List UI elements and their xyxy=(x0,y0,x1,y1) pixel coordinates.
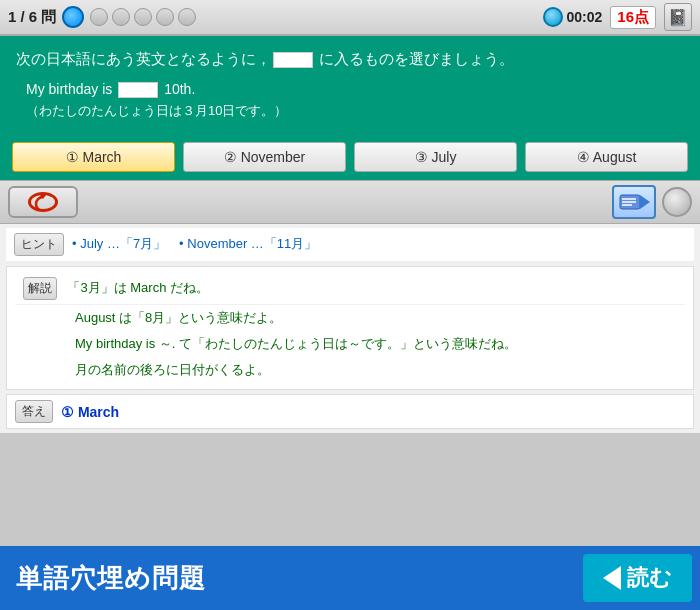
choice-3-text: July xyxy=(431,149,456,165)
explanation-label: 解説 xyxy=(23,277,57,300)
circle-3 xyxy=(134,8,152,26)
bottom-title: 単語穴埋め問題 xyxy=(0,561,583,596)
play-button[interactable] xyxy=(8,186,78,218)
choice-4-number: ④ xyxy=(577,149,590,165)
replay-icon xyxy=(34,195,52,209)
choice-2[interactable]: ② November xyxy=(183,142,346,172)
coin-icon xyxy=(662,187,692,217)
choice-3[interactable]: ③ July xyxy=(354,142,517,172)
choice-4-text: August xyxy=(593,149,637,165)
right-icons xyxy=(612,185,692,219)
nav-icon[interactable] xyxy=(62,6,84,28)
svg-marker-2 xyxy=(640,195,650,209)
circle-1 xyxy=(90,8,108,26)
explanation-line-4: 月の名前の後ろに日付がくるよ。 xyxy=(15,357,685,383)
explanation-line-3: My birthday is ～. て「わたしのたんじょう日は～です。」という意… xyxy=(15,331,685,357)
question-area: 次の日本語にあう英文となるように， に入るものを選びましょう。 My birth… xyxy=(0,36,700,134)
choice-1-text: March xyxy=(82,149,121,165)
instruction-blank xyxy=(273,52,313,68)
explanation-line-2: August は「8月」という意味だよ。 xyxy=(15,305,685,331)
arrow-left-icon xyxy=(603,566,621,590)
progress-circles xyxy=(90,8,196,26)
choice-2-number: ② xyxy=(224,149,237,165)
score-badge: 16点 xyxy=(610,6,656,29)
send-button[interactable] xyxy=(612,185,656,219)
top-right: 00:02 16点 📓 xyxy=(543,3,693,31)
sentence-end: 10th. xyxy=(164,81,195,97)
top-left: 1 / 6 問 xyxy=(8,6,196,28)
explanation-container: 解説 「3月」は March だね。 August は「8月」という意味だよ。 … xyxy=(6,266,694,390)
choice-1-number: ① xyxy=(66,149,79,165)
hint-label: ヒント xyxy=(14,233,64,256)
read-button[interactable]: 読む xyxy=(583,554,692,602)
choice-3-number: ③ xyxy=(415,149,428,165)
answer-row: 答え ① March xyxy=(6,394,694,429)
play-inner-circle xyxy=(28,192,58,212)
instruction-text: 次の日本語にあう英文となるように， xyxy=(16,50,271,67)
question-instruction: 次の日本語にあう英文となるように， に入るものを選びましょう。 xyxy=(16,48,684,71)
bottom-bar: 単語穴埋め問題 読む xyxy=(0,546,700,610)
explanation-line-1: 「3月」は March だね。 xyxy=(67,280,209,295)
timer-value: 00:02 xyxy=(567,9,603,25)
answer-text: ① March xyxy=(61,404,119,420)
top-bar: 1 / 6 問 00:02 16点 📓 xyxy=(0,0,700,36)
choice-2-text: November xyxy=(241,149,306,165)
instruction-end: に入るものを選びましょう。 xyxy=(315,50,514,67)
circle-5 xyxy=(178,8,196,26)
choice-4[interactable]: ④ August xyxy=(525,142,688,172)
mid-bar xyxy=(0,180,700,224)
timer: 00:02 xyxy=(543,7,603,27)
explanation-row-1: 解説 「3月」は March だね。 xyxy=(15,273,685,305)
answer-label: 答え xyxy=(15,400,53,423)
circle-2 xyxy=(112,8,130,26)
sentence-start: My birthday is xyxy=(26,81,112,97)
circle-4 xyxy=(156,8,174,26)
question-sentence: My birthday is 10th. xyxy=(16,81,684,98)
sentence-blank xyxy=(118,82,158,98)
timer-icon xyxy=(543,7,563,27)
choice-1[interactable]: ① March xyxy=(12,142,175,172)
notebook-icon[interactable]: 📓 xyxy=(664,3,692,31)
info-area: ヒント • July …「7月」 • November …「11月」 解説 「3… xyxy=(0,224,700,433)
send-icon xyxy=(618,191,650,213)
read-button-label: 読む xyxy=(627,563,672,593)
hint-content: • July …「7月」 • November …「11月」 xyxy=(72,235,317,253)
choices-area: ① March ② November ③ July ④ August xyxy=(0,134,700,180)
hint-row: ヒント • July …「7月」 • November …「11月」 xyxy=(6,228,694,262)
question-count: 1 / 6 問 xyxy=(8,8,56,27)
question-japanese: （わたしのたんじょう日は３月10日です。） xyxy=(16,102,684,120)
